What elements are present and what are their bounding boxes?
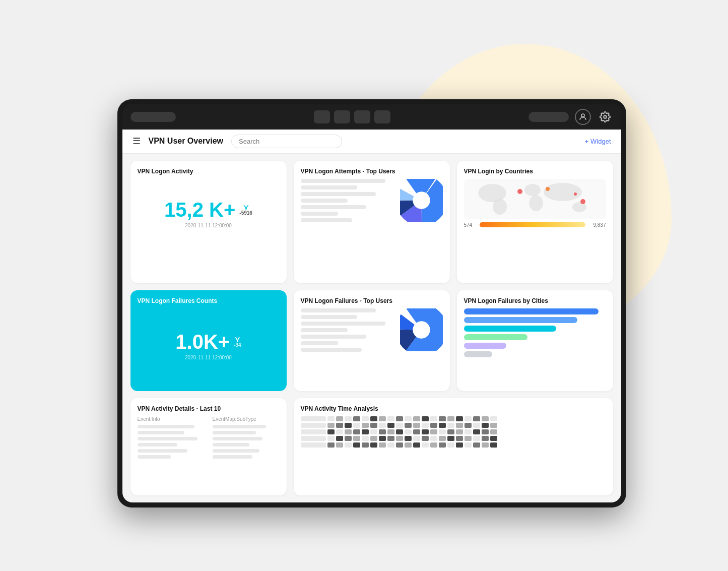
titlebar-dot-3[interactable] — [354, 110, 370, 123]
titlebar-right — [528, 109, 613, 125]
details-col1: Event.Info — [138, 416, 205, 461]
svg-point-21 — [413, 322, 430, 339]
add-widget-button[interactable]: + Widget — [585, 138, 611, 145]
heatmap-cell — [353, 442, 360, 448]
page-title: VPN User Overview — [149, 137, 224, 146]
heatmap-row — [301, 423, 606, 428]
heatmap-cell — [413, 442, 420, 448]
details-row — [138, 437, 198, 440]
user-icon[interactable] — [575, 109, 591, 125]
hamburger-icon[interactable]: ☰ — [133, 136, 141, 147]
svg-point-17 — [580, 199, 585, 204]
svg-point-10 — [524, 184, 541, 196]
logon-activity-value: 15,2 K+ ⋎ -5916 — [164, 200, 252, 220]
heatmap-cell — [336, 442, 343, 448]
heatmap-cell — [447, 423, 454, 428]
heatmap-cell — [370, 442, 377, 448]
heatmap-cell — [370, 423, 377, 428]
heatmap-cell — [405, 436, 412, 441]
heatmap-cell — [439, 423, 446, 428]
map-bar-max: 9,837 — [588, 222, 606, 228]
heatmap-cell — [413, 416, 420, 421]
heatmap-row-label — [301, 423, 326, 428]
widget-failures-users-title: VPN Logon Failures - Top Users — [301, 297, 443, 304]
heatmap-cell — [422, 423, 429, 428]
heatmap-cell — [413, 436, 420, 441]
city-bar-4 — [464, 334, 528, 340]
widget-login-countries: VPN Login by Countries — [457, 161, 613, 283]
world-map — [464, 179, 606, 219]
widget-logon-attempts: VPN Logon Attempts - Top Users — [294, 161, 450, 283]
heatmap-cell — [447, 429, 454, 434]
details-row — [213, 431, 256, 434]
heatmap-row-label — [301, 429, 326, 434]
heatmap-cell — [439, 436, 446, 441]
table-line — [301, 322, 385, 326]
heatmap-cell — [387, 442, 394, 448]
table-line — [301, 315, 357, 319]
heatmap-cell — [482, 416, 489, 421]
titlebar-dot-4[interactable] — [374, 110, 390, 123]
heatmap-cell — [482, 436, 489, 441]
widget-time-title: VPN Activity Time Analysis — [301, 405, 606, 412]
logon-activity-timestamp: 2020-11-11 12:00:00 — [185, 223, 232, 228]
heatmap-cell — [482, 442, 489, 448]
heatmap-cell — [336, 429, 343, 434]
heatmap-cell — [396, 423, 403, 428]
failures-count-delta: ⋎ -94 — [234, 336, 241, 348]
table-line — [301, 179, 385, 183]
heatmap-cell — [379, 429, 386, 434]
heatmap-cell — [465, 429, 472, 434]
titlebar-dot-2[interactable] — [334, 110, 350, 123]
heatmap-cell — [430, 429, 437, 434]
heatmap-cell — [465, 436, 472, 441]
titlebar — [122, 104, 621, 130]
settings-icon[interactable] — [597, 109, 613, 125]
widget-countries-title: VPN Login by Countries — [464, 168, 606, 175]
details-col1-header: Event.Info — [138, 416, 205, 422]
heatmap-cell — [456, 429, 463, 434]
app-header: ☰ VPN User Overview + Widget — [122, 130, 621, 154]
heatmap-cell — [327, 416, 335, 421]
heatmap-cell — [473, 436, 480, 441]
widget-failures-top-users: VPN Logon Failures - Top Users — [294, 290, 450, 391]
failures-pie-chart — [400, 308, 443, 351]
scene: ☰ VPN User Overview + Widget VPN Logon A… — [87, 59, 641, 513]
heatmap-cell — [447, 436, 454, 441]
city-bar-1 — [464, 308, 599, 314]
heatmap-cell — [473, 442, 480, 448]
city-bar-2 — [464, 317, 578, 323]
heatmap-cell — [345, 442, 352, 448]
heatmap-cell — [490, 436, 497, 441]
heatmap-cell — [379, 436, 386, 441]
heatmap-cell — [405, 429, 412, 434]
search-input[interactable] — [231, 135, 342, 148]
details-col2: EventMap.SubType — [213, 416, 280, 461]
heatmap-cell — [362, 429, 369, 434]
app-content: ☰ VPN User Overview + Widget VPN Logon A… — [122, 130, 621, 502]
heatmap-cell — [362, 416, 369, 421]
time-analysis-heatmap — [301, 416, 606, 448]
widget-failures-count: VPN Logon Failures Counts 1.0K+ ⋎ -94 20… — [130, 290, 287, 391]
heatmap-cell — [473, 416, 480, 421]
heatmap-cell — [456, 423, 463, 428]
details-row — [138, 425, 194, 428]
table-line — [301, 348, 362, 352]
logon-activity-delta: ⋎ -5916 — [239, 204, 252, 216]
titlebar-dot-1[interactable] — [314, 110, 330, 123]
table-line — [301, 341, 339, 345]
svg-point-14 — [517, 189, 522, 194]
heatmap-cell — [387, 429, 394, 434]
svg-point-9 — [493, 199, 507, 215]
heatmap-cell — [362, 442, 369, 448]
heatmap-cell — [430, 436, 437, 441]
svg-point-12 — [544, 183, 582, 201]
heatmap-cell — [405, 442, 412, 448]
heatmap-cell — [482, 429, 489, 434]
widget-time-analysis: VPN Activity Time Analysis — [294, 398, 613, 495]
heatmap-cell — [405, 423, 412, 428]
heatmap-cell — [387, 436, 394, 441]
svg-point-11 — [529, 195, 543, 211]
table-line — [301, 212, 339, 216]
heatmap-cell — [379, 423, 386, 428]
